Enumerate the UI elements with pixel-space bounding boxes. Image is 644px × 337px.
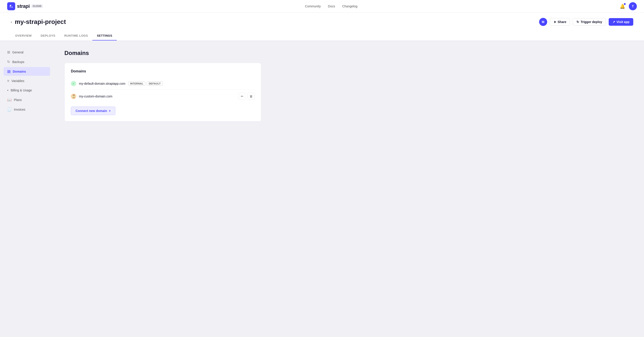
cloud-badge: CLOUD (32, 4, 43, 8)
domain-status-orange-icon: ⏳ (71, 94, 76, 99)
tab-deploys[interactable]: DEPLOYS (36, 31, 60, 40)
sidebar-label-backups: Backups (12, 60, 24, 64)
plans-icon: 📖 (7, 98, 12, 102)
domain-badges-default: INTERNAL DEFAULT (128, 82, 163, 86)
sidebar-label-plans: Plans (14, 98, 22, 102)
project-title-left: ‹ my-strapi-project (11, 18, 66, 25)
variables-icon: ≡ (7, 79, 9, 83)
nav-changelog[interactable]: Changelog (342, 4, 357, 8)
project-title-row: ‹ my-strapi-project M ➤ Share ↻ Trigger … (11, 18, 633, 26)
domain-name-custom: my-custom-domain.com (79, 94, 112, 98)
badge-default: DEFAULT (147, 82, 162, 86)
sidebar-item-domains[interactable]: ▤ Domains (4, 67, 50, 76)
visit-app-label: Visit app (616, 20, 630, 24)
domain-row-custom: ⏳ my-custom-domain.com ✏ 🗑 (71, 90, 255, 103)
project-avatar: M (539, 18, 547, 26)
main-layout: ⊞ General ↻ Backups ▤ Domains ≡ Variable… (0, 41, 644, 337)
share-button[interactable]: ➤ Share (550, 18, 570, 26)
connect-domain-label: Connect new domain (76, 109, 107, 113)
trigger-deploy-label: Trigger deploy (580, 20, 602, 24)
domains-icon: ▤ (7, 69, 10, 73)
project-title: my-strapi-project (15, 18, 66, 25)
refresh-icon: ↻ (576, 20, 579, 24)
domains-card: Domains ✓ my-default-domain.strapiapp.co… (64, 63, 261, 122)
strapi-logo-icon (7, 2, 15, 10)
delete-domain-button[interactable]: 🗑 (248, 93, 255, 100)
project-actions: M ➤ Share ↻ Trigger deploy ↗ Visit app (539, 18, 633, 26)
sidebar-label-general: General (12, 50, 24, 54)
nav-community[interactable]: Community (305, 4, 321, 8)
page-title: Domains (64, 50, 633, 56)
card-title: Domains (71, 69, 255, 73)
domain-left-default: ✓ my-default-domain.strapiapp.com INTERN… (71, 81, 163, 86)
back-button[interactable]: ‹ (11, 20, 12, 24)
badge-internal: INTERNAL (128, 82, 146, 86)
sidebar: ⊞ General ↻ Backups ▤ Domains ≡ Variable… (0, 41, 54, 337)
external-link-icon: ↗ (612, 20, 615, 24)
notification-dot (624, 3, 626, 5)
domain-name-default: my-default-domain.strapiapp.com (79, 82, 126, 85)
sidebar-item-plans[interactable]: 📖 Plans (4, 95, 50, 104)
sidebar-label-invoices: Invoices (14, 108, 25, 111)
share-icon: ➤ (554, 20, 556, 24)
connect-new-domain-button[interactable]: Connect new domain + (71, 107, 116, 115)
sidebar-label-variables: Variables (12, 79, 24, 83)
trigger-deploy-button[interactable]: ↻ Trigger deploy (573, 18, 606, 26)
tabs: OVERVIEW DEPLOYS RUNTIME LOGS SETTINGS (11, 31, 633, 40)
share-label: Share (558, 20, 566, 24)
plus-icon: + (109, 109, 111, 113)
invoices-icon: 🧾 (7, 107, 12, 111)
tab-overview[interactable]: OVERVIEW (11, 31, 36, 40)
notification-bell-icon[interactable]: 🔔 (620, 3, 625, 9)
sidebar-label-billing: Billing & Usage (11, 88, 32, 92)
sidebar-item-backups[interactable]: ↻ Backups (4, 57, 50, 66)
domain-row-default: ✓ my-default-domain.strapiapp.com INTERN… (71, 78, 255, 90)
domain-actions-custom: ✏ 🗑 (238, 93, 255, 100)
main-content: Domains Domains ✓ my-default-domain.stra… (54, 41, 644, 337)
logo-text: strapi (17, 3, 30, 9)
nav-docs[interactable]: Docs (328, 4, 335, 8)
backups-icon: ↻ (7, 60, 10, 64)
general-icon: ⊞ (7, 50, 10, 54)
billing-icon: ▪ (7, 88, 8, 92)
sidebar-label-domains: Domains (13, 70, 26, 73)
user-avatar[interactable]: T (629, 2, 637, 10)
sidebar-item-variables[interactable]: ≡ Variables (4, 77, 50, 85)
tab-runtime-logs[interactable]: RUNTIME LOGS (60, 31, 92, 40)
sidebar-item-invoices[interactable]: 🧾 Invoices (4, 105, 50, 114)
domain-status-green-icon: ✓ (71, 81, 76, 86)
visit-app-button[interactable]: ↗ Visit app (609, 18, 633, 26)
project-header: ‹ my-strapi-project M ➤ Share ↻ Trigger … (0, 12, 644, 41)
sidebar-item-general[interactable]: ⊞ General (4, 48, 50, 56)
nav-right: 🔔 T (620, 2, 637, 10)
edit-domain-button[interactable]: ✏ (238, 93, 246, 100)
domain-left-custom: ⏳ my-custom-domain.com (71, 94, 112, 99)
nav-links: Community Docs Changelog (305, 4, 357, 8)
logo-area: strapi CLOUD (7, 2, 43, 10)
tab-settings[interactable]: SETTINGS (92, 31, 117, 40)
topnav: strapi CLOUD Community Docs Changelog 🔔 … (0, 0, 644, 12)
sidebar-item-billing[interactable]: ▪ Billing & Usage (4, 86, 50, 94)
